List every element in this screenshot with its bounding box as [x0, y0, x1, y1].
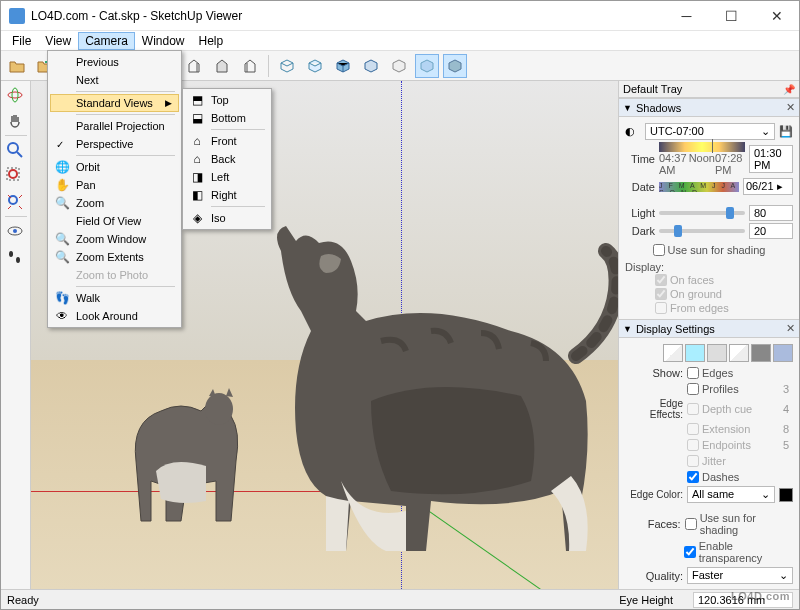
check-icon: ✓ — [56, 139, 64, 150]
style-5[interactable] — [751, 344, 771, 362]
menu-zoom[interactable]: 🔍Zoom — [50, 194, 179, 212]
save-icon[interactable]: 💾 — [779, 125, 793, 138]
eye-height-label: Eye Height — [619, 594, 673, 606]
default-tray: Default Tray 📌 ▼ Shadows ✕ ◐ UTC-07:00⌄ … — [618, 81, 799, 589]
orbit-tool[interactable] — [3, 83, 27, 107]
menu-previous[interactable]: Previous — [50, 53, 179, 71]
zoom-tool[interactable] — [3, 138, 27, 162]
style-back-button[interactable] — [443, 54, 467, 78]
style-3[interactable] — [707, 344, 727, 362]
quality-select[interactable]: Faster⌄ — [687, 567, 793, 584]
status-text: Ready — [7, 594, 39, 606]
menu-zoom-photo: Zoom to Photo — [50, 266, 179, 284]
view-back[interactable]: ⌂Back — [185, 150, 269, 168]
menu-pan[interactable]: ✋Pan — [50, 176, 179, 194]
style-4[interactable] — [729, 344, 749, 362]
display-label: Display: — [625, 261, 793, 273]
style-6[interactable] — [773, 344, 793, 362]
time-slider[interactable] — [659, 142, 745, 152]
style-wire-button[interactable] — [275, 54, 299, 78]
svg-point-5 — [8, 143, 18, 153]
menu-orbit[interactable]: 🌐Orbit — [50, 158, 179, 176]
extension-check: Extension8 — [687, 422, 793, 436]
view-right[interactable]: ◧Right — [185, 186, 269, 204]
menu-next[interactable]: Next — [50, 71, 179, 89]
style-shaded-tex-button[interactable] — [359, 54, 383, 78]
tray-header[interactable]: Default Tray 📌 — [619, 81, 799, 98]
maximize-button[interactable]: ☐ — [709, 1, 754, 30]
dark-label: Dark — [625, 225, 655, 237]
view-back-button[interactable] — [210, 54, 234, 78]
menu-walk[interactable]: 👣Walk — [50, 289, 179, 307]
svg-point-11 — [9, 251, 13, 257]
menu-parallel[interactable]: Parallel Projection — [50, 117, 179, 135]
statusbar: Ready Eye Height 120.3616 mm — [1, 589, 799, 609]
pan-tool[interactable] — [3, 109, 27, 133]
menu-zoom-extents[interactable]: 🔍Zoom Extents — [50, 248, 179, 266]
zoom-extents-tool[interactable] — [3, 190, 27, 214]
view-right-button[interactable] — [182, 54, 206, 78]
shadows-panel-header[interactable]: ▼ Shadows ✕ — [619, 98, 799, 117]
light-slider[interactable] — [659, 211, 745, 215]
close-button[interactable]: ✕ — [754, 1, 799, 30]
dark-slider[interactable] — [659, 229, 745, 233]
view-front[interactable]: ⌂Front — [185, 132, 269, 150]
date-slider[interactable]: J F M A M J J A S O N D — [659, 182, 739, 192]
edge-color-swatch[interactable] — [779, 488, 793, 502]
style-xray-button[interactable] — [415, 54, 439, 78]
style-2[interactable] — [685, 344, 705, 362]
collapse-icon: ▼ — [623, 103, 632, 113]
transparency-check[interactable]: Enable transparency — [684, 539, 793, 565]
style-mono-button[interactable] — [387, 54, 411, 78]
menu-file[interactable]: File — [5, 32, 38, 50]
close-panel-icon[interactable]: ✕ — [786, 101, 795, 114]
walk-icon: 👣 — [54, 291, 70, 305]
view-left[interactable]: ◨Left — [185, 168, 269, 186]
svg-point-12 — [16, 257, 20, 263]
look-around-tool[interactable] — [3, 219, 27, 243]
dashes-check[interactable]: Dashes — [687, 470, 739, 484]
light-value[interactable]: 80 — [749, 205, 793, 221]
bottom-icon: ⬓ — [189, 111, 205, 125]
dark-value[interactable]: 20 — [749, 223, 793, 239]
menu-window[interactable]: Window — [135, 32, 192, 50]
faces-sun-check[interactable]: Use sun for shading — [685, 511, 793, 537]
menubar: File View Camera Window Help — [1, 31, 799, 51]
view-bottom[interactable]: ⬓Bottom — [185, 109, 269, 127]
menu-help[interactable]: Help — [192, 32, 231, 50]
side-toolbar — [1, 81, 31, 589]
shadow-toggle-icon[interactable]: ◐ — [625, 125, 641, 138]
menu-zoom-window[interactable]: 🔍Zoom Window — [50, 230, 179, 248]
style-1[interactable] — [663, 344, 683, 362]
minimize-button[interactable]: ─ — [664, 1, 709, 30]
edge-color-select[interactable]: All same⌄ — [687, 486, 775, 503]
profiles-check[interactable]: Profiles3 — [687, 382, 793, 396]
style-shaded-button[interactable] — [331, 54, 355, 78]
timezone-select[interactable]: UTC-07:00⌄ — [645, 123, 775, 140]
style-hidden-button[interactable] — [303, 54, 327, 78]
display-settings-header[interactable]: ▼ Display Settings ✕ — [619, 319, 799, 338]
view-left-button[interactable] — [238, 54, 262, 78]
menu-camera[interactable]: Camera — [78, 32, 135, 50]
svg-point-4 — [12, 88, 18, 102]
menu-perspective[interactable]: ✓Perspective — [50, 135, 179, 153]
endpoints-check: Endpoints5 — [687, 438, 793, 452]
walk-tool[interactable] — [3, 245, 27, 269]
close-panel-icon[interactable]: ✕ — [786, 322, 795, 335]
menu-view[interactable]: View — [38, 32, 78, 50]
view-top[interactable]: ⬒Top — [185, 91, 269, 109]
zoom-window-tool[interactable] — [3, 164, 27, 188]
svg-point-3 — [8, 92, 22, 98]
use-sun-check[interactable]: Use sun for shading — [625, 243, 793, 257]
pin-icon[interactable]: 📌 — [783, 84, 795, 95]
menu-fov[interactable]: Field Of View — [50, 212, 179, 230]
open-button[interactable] — [5, 54, 29, 78]
menu-standard-views[interactable]: Standard Views▶ — [50, 94, 179, 112]
time-value[interactable]: 01:30 PM — [749, 145, 793, 173]
zoom-extents-icon: 🔍 — [54, 250, 70, 264]
edges-check[interactable]: Edges — [687, 366, 733, 380]
menu-look-around[interactable]: 👁Look Around — [50, 307, 179, 325]
view-iso[interactable]: ◈Iso — [185, 209, 269, 227]
on-faces-check: On faces — [655, 273, 793, 287]
date-value[interactable]: 06/21 ▸ — [743, 178, 793, 195]
